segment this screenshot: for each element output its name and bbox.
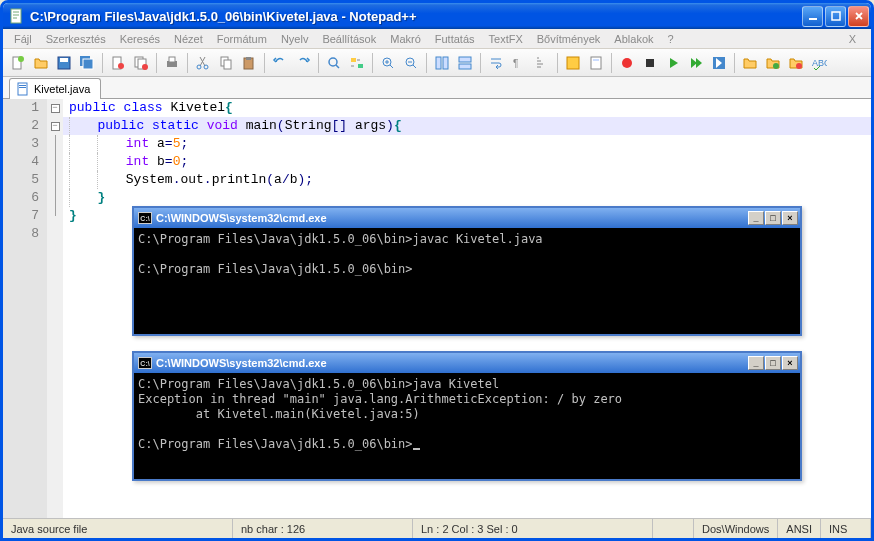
cut-icon[interactable]	[192, 52, 214, 74]
menu-szerkesztés[interactable]: Szerkesztés	[39, 31, 113, 47]
show-all-icon[interactable]: ¶	[508, 52, 530, 74]
replace-icon[interactable]	[346, 52, 368, 74]
svg-rect-33	[591, 57, 601, 69]
code-line[interactable]: }	[63, 189, 871, 207]
svg-point-16	[197, 65, 201, 69]
close-all-icon[interactable]	[130, 52, 152, 74]
console-close-button[interactable]: ×	[782, 211, 798, 225]
folder-icon-3[interactable]	[785, 52, 807, 74]
menu-?[interactable]: ?	[661, 31, 681, 47]
code-line[interactable]: public static void main(String[] args){	[63, 117, 871, 135]
window-title: C:\Program Files\Java\jdk1.5.0_06\bin\Ki…	[30, 9, 802, 24]
close-icon[interactable]	[107, 52, 129, 74]
console-body[interactable]: C:\Program Files\Java\jdk1.5.0_06\bin>ja…	[134, 228, 800, 281]
code-line[interactable]: System.out.println(a/b);	[63, 171, 871, 189]
play-multi-icon[interactable]	[685, 52, 707, 74]
svg-rect-6	[60, 58, 68, 62]
save-icon[interactable]	[53, 52, 75, 74]
menu-fájl[interactable]: Fájl	[7, 31, 39, 47]
status-eol: Dos\Windows	[694, 519, 778, 538]
console-titlebar[interactable]: C:\ C:\WINDOWS\system32\cmd.exe _ □ ×	[134, 353, 800, 373]
menu-beállítások[interactable]: Beállítások	[315, 31, 383, 47]
svg-rect-24	[358, 64, 363, 68]
menu-nézet[interactable]: Nézet	[167, 31, 210, 47]
maximize-button[interactable]	[825, 6, 846, 27]
play-icon[interactable]	[662, 52, 684, 74]
tabbar: Kivetel.java	[3, 77, 871, 99]
save-macro-icon[interactable]	[708, 52, 730, 74]
open-folder-icon[interactable]	[30, 52, 52, 74]
console-maximize-button[interactable]: □	[765, 211, 781, 225]
console-window-2[interactable]: C:\ C:\WINDOWS\system32\cmd.exe _ □ × C:…	[132, 351, 802, 481]
tab-kivetel[interactable]: Kivetel.java	[9, 78, 101, 99]
cmd-icon: C:\	[138, 212, 152, 224]
folder-icon-2[interactable]	[762, 52, 784, 74]
console-minimize-button[interactable]: _	[748, 211, 764, 225]
svg-rect-43	[19, 87, 26, 88]
spell-icon[interactable]: ABC	[808, 52, 830, 74]
code-line[interactable]: public class Kivetel{	[63, 99, 871, 117]
paste-icon[interactable]	[238, 52, 260, 74]
editor-area: 12345678 −− public class Kivetel{ public…	[3, 99, 871, 518]
close-button[interactable]	[848, 6, 869, 27]
menu-bővítmények[interactable]: Bővítmények	[530, 31, 608, 47]
separator	[480, 53, 481, 73]
separator	[611, 53, 612, 73]
print-icon[interactable]	[161, 52, 183, 74]
folder-icon[interactable]	[739, 52, 761, 74]
console-window-1[interactable]: C:\ C:\WINDOWS\system32\cmd.exe _ □ × C:…	[132, 206, 802, 336]
svg-rect-19	[224, 60, 231, 69]
console-close-button[interactable]: ×	[782, 356, 798, 370]
find-icon[interactable]	[323, 52, 345, 74]
svg-rect-2	[832, 12, 840, 20]
svg-rect-27	[436, 57, 441, 69]
console-title: C:\WINDOWS\system32\cmd.exe	[156, 212, 748, 224]
svg-point-35	[622, 58, 632, 68]
indent-guide-icon[interactable]	[531, 52, 553, 74]
redo-icon[interactable]	[292, 52, 314, 74]
sync-v-icon[interactable]	[431, 52, 453, 74]
svg-point-38	[773, 63, 779, 69]
menu-nyelv[interactable]: Nyelv	[274, 31, 316, 47]
console-titlebar[interactable]: C:\ C:\WINDOWS\system32\cmd.exe _ □ ×	[134, 208, 800, 228]
save-all-icon[interactable]	[76, 52, 98, 74]
menu-ablakok[interactable]: Ablakok	[607, 31, 660, 47]
wordwrap-icon[interactable]	[485, 52, 507, 74]
console-maximize-button[interactable]: □	[765, 356, 781, 370]
lang-icon[interactable]	[562, 52, 584, 74]
console-minimize-button[interactable]: _	[748, 356, 764, 370]
status-enc: ANSI	[778, 519, 821, 538]
svg-point-4	[18, 56, 24, 62]
zoom-in-icon[interactable]	[377, 52, 399, 74]
stop-icon[interactable]	[639, 52, 661, 74]
doc-map-icon[interactable]	[585, 52, 607, 74]
status-filetype: Java source file	[3, 519, 233, 538]
copy-icon[interactable]	[215, 52, 237, 74]
undo-icon[interactable]	[269, 52, 291, 74]
sync-h-icon[interactable]	[454, 52, 476, 74]
separator	[372, 53, 373, 73]
code-line[interactable]: int b=0;	[63, 153, 871, 171]
svg-rect-32	[567, 57, 579, 69]
menu-futtatás[interactable]: Futtatás	[428, 31, 482, 47]
svg-rect-1	[809, 18, 817, 20]
svg-rect-23	[351, 58, 356, 62]
menubar: FájlSzerkesztésKeresésNézetFormátumNyelv…	[3, 29, 871, 49]
menubar-x[interactable]: X	[842, 31, 863, 47]
menu-makró[interactable]: Makró	[383, 31, 428, 47]
minimize-button[interactable]	[802, 6, 823, 27]
menu-textfx[interactable]: TextFX	[482, 31, 530, 47]
record-icon[interactable]	[616, 52, 638, 74]
file-icon	[16, 82, 30, 96]
menu-keresés[interactable]: Keresés	[113, 31, 167, 47]
titlebar[interactable]: C:\Program Files\Java\jdk1.5.0_06\bin\Ki…	[3, 3, 871, 29]
svg-rect-41	[18, 83, 27, 95]
console-body[interactable]: C:\Program Files\Java\jdk1.5.0_06\bin>ja…	[134, 373, 800, 456]
separator	[156, 53, 157, 73]
zoom-out-icon[interactable]	[400, 52, 422, 74]
new-file-icon[interactable]	[7, 52, 29, 74]
console-title: C:\WINDOWS\system32\cmd.exe	[156, 357, 748, 369]
fold-gutter[interactable]: −−	[47, 99, 63, 518]
code-line[interactable]: int a=5;	[63, 135, 871, 153]
menu-formátum[interactable]: Formátum	[210, 31, 274, 47]
